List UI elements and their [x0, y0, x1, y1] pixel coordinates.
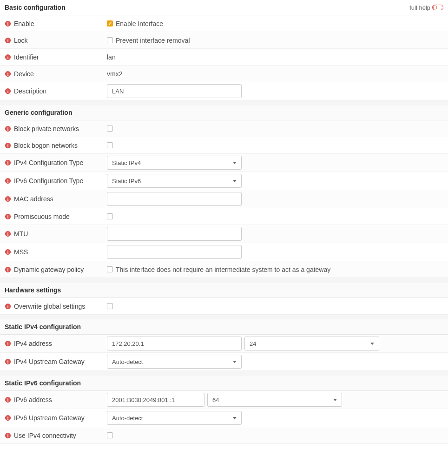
input-ipv6-addr[interactable] — [107, 393, 204, 407]
row-description: iDescription — [0, 82, 448, 100]
section-header-hardware: Hardware settings — [0, 283, 448, 298]
label-promisc: Promiscuous mode — [14, 213, 70, 220]
row-lock: iLock Prevent interface removal — [0, 32, 448, 49]
input-mtu[interactable] — [107, 227, 242, 241]
svg-text:i: i — [7, 160, 9, 165]
section-header-static-v6: Static IPv6 configuration — [0, 376, 448, 391]
checkbox-promisc[interactable] — [107, 213, 113, 219]
info-icon[interactable]: i — [5, 415, 11, 421]
label-ipv4-gateway: IPv4 Upstream Gateway — [14, 358, 85, 365]
info-icon[interactable]: i — [5, 266, 11, 273]
section-header-basic: Basic configuration full help — [0, 0, 448, 15]
row-ipv4-addr: iIPv4 address 24 — [0, 335, 448, 353]
info-icon[interactable]: i — [5, 358, 11, 365]
svg-text:i: i — [7, 143, 9, 148]
select-text: Auto-detect — [112, 358, 233, 365]
checkbox-block-private[interactable] — [107, 126, 113, 132]
svg-text:i: i — [7, 126, 9, 131]
svg-rect-0 — [432, 5, 443, 10]
row-overwrite: iOverwrite global settings — [0, 298, 448, 315]
select-ipv6-prefix[interactable]: 64 — [207, 393, 342, 407]
svg-text:i: i — [7, 21, 9, 26]
svg-text:i: i — [7, 267, 9, 272]
label-ipv6-addr: IPv6 address — [14, 396, 52, 403]
info-icon[interactable]: i — [5, 231, 11, 237]
section-title: Basic configuration — [5, 4, 66, 11]
select-ipv6-gateway[interactable]: Auto-detect — [107, 411, 242, 425]
input-mac[interactable] — [107, 192, 242, 206]
input-mss[interactable] — [107, 245, 242, 259]
label-ipv4-type: IPv4 Configuration Type — [14, 159, 83, 166]
label-use-ipv4: Use IPv4 connectivity — [14, 432, 76, 439]
select-ipv4-prefix[interactable]: 24 — [244, 337, 379, 350]
info-icon[interactable]: i — [5, 340, 11, 347]
row-block-bogon: iBlock bogon networks — [0, 137, 448, 154]
info-icon[interactable]: i — [5, 142, 11, 149]
info-icon[interactable]: i — [5, 196, 11, 202]
info-icon[interactable]: i — [5, 126, 11, 132]
info-icon[interactable]: i — [5, 54, 11, 60]
row-dyn-gateway: iDynamic gateway policy This interface d… — [0, 261, 448, 278]
info-icon[interactable]: i — [5, 178, 11, 184]
full-help-toggle[interactable]: full help — [409, 4, 443, 11]
info-icon[interactable]: i — [5, 432, 11, 439]
input-ipv4-addr[interactable] — [107, 337, 242, 350]
svg-text:i: i — [7, 433, 9, 438]
svg-text:i: i — [7, 359, 9, 364]
checkbox-enable[interactable] — [107, 20, 113, 26]
chevron-down-icon — [370, 343, 374, 345]
label-ipv4-addr: IPv4 address — [14, 340, 52, 347]
checkbox-lock-label: Prevent interface removal — [116, 37, 190, 44]
info-icon[interactable]: i — [5, 213, 11, 220]
label-device: Device — [14, 70, 34, 78]
label-ipv6-gateway: IPv6 Upstream Gateway — [14, 414, 85, 422]
value-identifier: lan — [107, 53, 116, 61]
checkbox-dyn-gateway[interactable] — [107, 266, 113, 272]
info-icon[interactable]: i — [5, 37, 11, 44]
section-title: Generic configuration — [5, 109, 72, 116]
value-device: vmx2 — [107, 70, 122, 78]
select-ipv4-type[interactable]: Static IPv4 — [107, 156, 242, 170]
section-title: Hardware settings — [5, 286, 61, 294]
info-icon[interactable]: i — [5, 159, 11, 166]
svg-text:i: i — [7, 416, 9, 421]
info-icon[interactable]: i — [5, 397, 11, 403]
info-icon[interactable]: i — [5, 303, 11, 310]
svg-text:i: i — [7, 38, 9, 43]
info-icon[interactable]: i — [5, 71, 11, 77]
checkbox-block-bogon[interactable] — [107, 142, 113, 148]
svg-text:i: i — [7, 341, 9, 346]
section-header-static-v4: Static IPv4 configuration — [0, 319, 448, 335]
select-text: Static IPv4 — [112, 159, 233, 166]
chevron-down-icon — [233, 417, 237, 419]
select-text: 24 — [250, 340, 370, 347]
input-description[interactable] — [107, 84, 242, 98]
select-ipv4-gateway[interactable]: Auto-detect — [107, 355, 242, 369]
row-ipv4-type: iIPv4 Configuration Type Static IPv4 — [0, 154, 448, 172]
svg-text:i: i — [7, 71, 9, 76]
label-mac: MAC address — [14, 195, 53, 203]
select-ipv6-type[interactable]: Static IPv6 — [107, 174, 242, 188]
label-dyn-gateway: Dynamic gateway policy — [14, 266, 84, 273]
info-icon[interactable]: i — [5, 249, 11, 255]
checkbox-lock[interactable] — [107, 37, 113, 43]
label-ipv6-type: IPv6 Configuration Type — [14, 177, 83, 185]
info-icon[interactable]: i — [5, 20, 11, 27]
checkbox-use-ipv4[interactable] — [107, 432, 113, 438]
full-help-label: full help — [409, 4, 430, 11]
row-enable: iEnable Enable Interface — [0, 15, 448, 32]
select-text: 64 — [212, 397, 333, 403]
row-block-private: iBlock private networks — [0, 120, 448, 137]
row-device: iDevice vmx2 — [0, 66, 448, 82]
svg-text:i: i — [7, 54, 9, 60]
row-mss: iMSS — [0, 243, 448, 261]
checkbox-enable-label: Enable Interface — [116, 20, 163, 27]
checkbox-overwrite[interactable] — [107, 303, 113, 309]
svg-text:i: i — [7, 250, 9, 255]
row-use-ipv4: iUse IPv4 connectivity — [0, 427, 448, 444]
select-text: Static IPv6 — [112, 178, 233, 185]
toggle-icon — [432, 4, 443, 11]
section-title: Static IPv4 configuration — [5, 323, 81, 331]
info-icon[interactable]: i — [5, 88, 11, 94]
chevron-down-icon — [233, 361, 237, 363]
